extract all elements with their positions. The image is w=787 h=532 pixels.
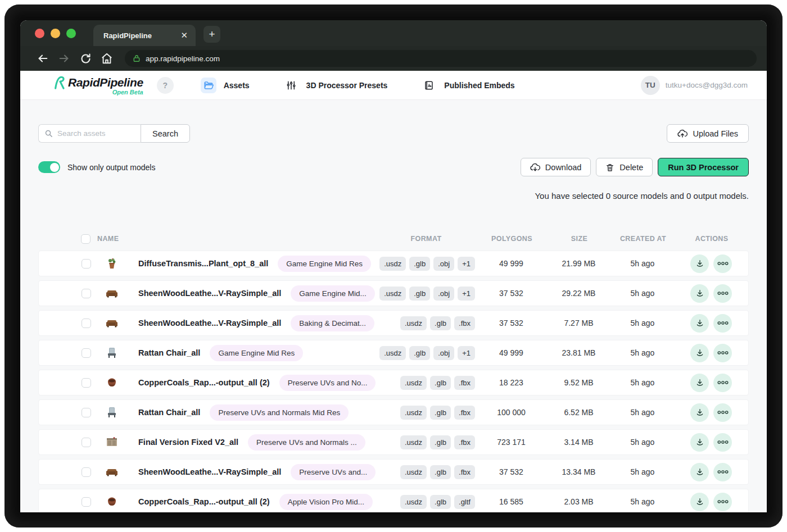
row-more-options-button[interactable] bbox=[713, 254, 732, 273]
back-button[interactable] bbox=[34, 49, 52, 67]
window-controls bbox=[20, 29, 93, 46]
search-box bbox=[38, 124, 141, 143]
table-row[interactable]: DiffuseTransmis...Plant_opt_8_all Game E… bbox=[38, 251, 749, 276]
output-models-toggle[interactable] bbox=[38, 161, 60, 173]
logo-text: RapidPipeline bbox=[68, 76, 143, 89]
row-checkbox[interactable] bbox=[82, 289, 91, 298]
asset-name[interactable]: SheenWoodLeathe...V-RaySimple_all bbox=[138, 319, 281, 328]
format-chip: .glb bbox=[430, 376, 451, 390]
created-at-value: 5h ago bbox=[631, 319, 655, 328]
table-row[interactable]: CopperCoals_Rap...-output_all (2) Preser… bbox=[38, 370, 749, 395]
asset-table-body: DiffuseTransmis...Plant_opt_8_all Game E… bbox=[38, 251, 749, 512]
row-checkbox[interactable] bbox=[82, 408, 91, 417]
row-download-button[interactable] bbox=[690, 493, 709, 511]
home-button[interactable] bbox=[98, 49, 116, 67]
table-row[interactable]: SheenWoodLeathe...V-RaySimple_all Game E… bbox=[38, 280, 749, 306]
row-more-options-button[interactable] bbox=[713, 403, 732, 422]
browser-tab[interactable]: RapidPipeline ✕ bbox=[93, 25, 196, 46]
format-chip: .obj bbox=[433, 287, 454, 301]
asset-name[interactable]: Final Version Fixed V2_all bbox=[138, 438, 238, 447]
search-button[interactable]: Search bbox=[141, 124, 190, 143]
browser-toolbar: app.rapidpipeline.com bbox=[20, 46, 767, 71]
row-more-options-button[interactable] bbox=[713, 463, 732, 481]
row-download-button[interactable] bbox=[690, 374, 709, 392]
row-checkbox[interactable] bbox=[82, 348, 91, 358]
rapidpipeline-logo[interactable]: RapidPipeline Open Beta bbox=[53, 75, 143, 96]
table-row[interactable]: SheenWoodLeathe...V-RaySimple_all Baking… bbox=[38, 310, 749, 336]
polygons-value: 18 223 bbox=[499, 378, 523, 387]
asset-name[interactable]: Rattan Chair_all bbox=[138, 348, 200, 357]
table-row[interactable]: SheenWoodLeathe...V-RaySimple_all Preser… bbox=[38, 459, 749, 485]
more-options-icon bbox=[717, 407, 729, 418]
row-download-button[interactable] bbox=[690, 344, 709, 362]
url-bar[interactable]: app.rapidpipeline.com bbox=[125, 50, 757, 67]
table-header: NAME FORMAT POLYGONS SIZE CREATED AT ACT… bbox=[38, 227, 749, 251]
user-account[interactable]: TU tutku+docs@dgg3d.com bbox=[641, 76, 748, 95]
format-chip: +1 bbox=[458, 346, 475, 360]
forward-button[interactable] bbox=[55, 49, 73, 67]
cloud-upload-icon bbox=[677, 129, 688, 139]
row-more-options-button[interactable] bbox=[713, 314, 732, 333]
table-row[interactable]: Rattan Chair_all Game Engine Mid Res .us… bbox=[38, 340, 749, 366]
nav-item-published-embeds[interactable]: Published Embeds bbox=[421, 78, 514, 93]
row-checkbox[interactable] bbox=[82, 467, 91, 477]
nav-item-3d-processor-presets[interactable]: 3D Processor Presets bbox=[283, 78, 388, 93]
asset-name[interactable]: Rattan Chair_all bbox=[138, 408, 200, 417]
format-chip: .glb bbox=[430, 435, 451, 449]
row-checkbox[interactable] bbox=[82, 497, 91, 507]
polygons-value: 100 000 bbox=[497, 408, 526, 417]
new-tab-button[interactable]: + bbox=[203, 26, 220, 43]
row-download-button[interactable] bbox=[690, 433, 709, 452]
download-icon bbox=[695, 467, 704, 476]
cloud-download-icon bbox=[530, 162, 540, 172]
format-chip: .obj bbox=[433, 346, 454, 360]
asset-name[interactable]: SheenWoodLeathe...V-RaySimple_all bbox=[138, 467, 281, 476]
preset-badge: Game Engine Mid Res bbox=[278, 256, 371, 272]
format-chip: .usdz bbox=[400, 316, 427, 330]
row-download-button[interactable] bbox=[690, 463, 709, 481]
close-window-button[interactable] bbox=[35, 29, 44, 38]
row-download-button[interactable] bbox=[690, 314, 709, 333]
row-more-options-button[interactable] bbox=[713, 374, 732, 392]
upload-files-button[interactable]: Upload Files bbox=[667, 124, 749, 143]
created-at-value: 5h ago bbox=[631, 438, 655, 447]
search-input[interactable] bbox=[57, 129, 125, 138]
nav-item-assets[interactable]: Assets bbox=[201, 78, 250, 93]
size-value: 7.27 MB bbox=[564, 319, 593, 328]
row-checkbox[interactable] bbox=[82, 319, 91, 328]
maximize-window-button[interactable] bbox=[66, 29, 76, 38]
reload-button[interactable] bbox=[76, 49, 94, 67]
asset-name[interactable]: SheenWoodLeathe...V-RaySimple_all bbox=[138, 289, 281, 298]
row-checkbox[interactable] bbox=[82, 378, 91, 388]
row-download-button[interactable] bbox=[690, 254, 709, 273]
minimize-window-button[interactable] bbox=[51, 29, 60, 38]
row-checkbox[interactable] bbox=[82, 438, 91, 447]
row-more-options-button[interactable] bbox=[713, 284, 732, 303]
preset-badge: Apple Vision Pro Mid... bbox=[279, 494, 373, 510]
table-row[interactable]: Final Version Fixed V2_all Preserve UVs … bbox=[38, 429, 749, 455]
format-chips: .usdz.glb.fbx bbox=[375, 316, 476, 330]
asset-name[interactable]: DiffuseTransmis...Plant_opt_8_all bbox=[138, 259, 268, 268]
run-3d-processor-button[interactable]: Run 3D Processor bbox=[658, 158, 749, 176]
row-more-options-button[interactable] bbox=[713, 344, 732, 362]
table-row[interactable]: Rattan Chair_all Preserve UVs and Normal… bbox=[38, 399, 749, 425]
select-all-checkbox[interactable] bbox=[81, 234, 91, 244]
download-icon bbox=[695, 259, 704, 268]
help-button[interactable]: ? bbox=[157, 77, 174, 94]
created-at-value: 5h ago bbox=[631, 467, 655, 476]
download-button[interactable]: Download bbox=[521, 158, 591, 176]
table-row[interactable]: CopperCoals_Rap...-output_all (2) Apple … bbox=[38, 489, 749, 512]
size-value: 21.99 MB bbox=[562, 259, 596, 268]
row-download-button[interactable] bbox=[690, 284, 709, 303]
row-checkbox[interactable] bbox=[82, 259, 91, 269]
asset-name[interactable]: CopperCoals_Rap...-output_all (2) bbox=[138, 497, 270, 506]
format-chips: .usdz.glb.obj+1 bbox=[375, 257, 476, 271]
download-icon bbox=[695, 319, 704, 328]
row-more-options-button[interactable] bbox=[713, 433, 732, 452]
row-more-options-button[interactable] bbox=[713, 493, 732, 511]
row-download-button[interactable] bbox=[690, 403, 709, 422]
tab-close-icon[interactable]: ✕ bbox=[179, 30, 189, 40]
asset-name[interactable]: CopperCoals_Rap...-output_all (2) bbox=[138, 378, 270, 387]
delete-button[interactable]: Delete bbox=[596, 158, 653, 176]
format-chip: .usdz bbox=[400, 435, 427, 449]
